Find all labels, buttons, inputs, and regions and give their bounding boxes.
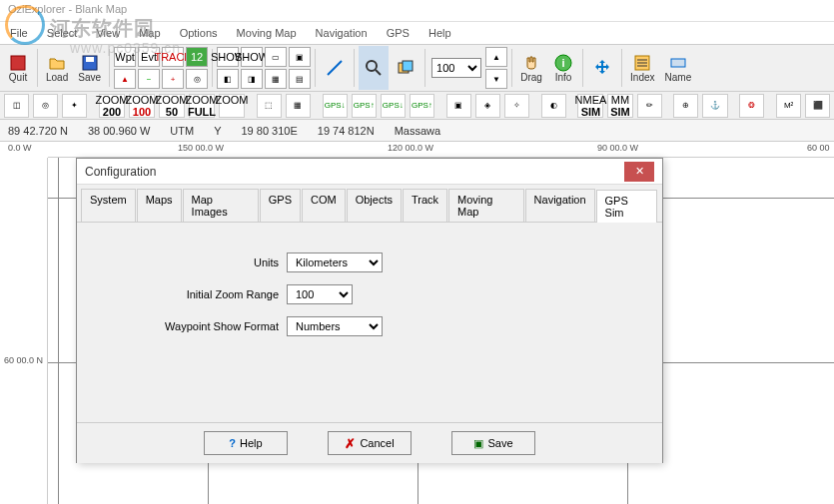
zoom-select[interactable]: 100 [431, 58, 481, 78]
zoom-50-button[interactable]: ZOOM50 [159, 94, 185, 118]
svg-rect-2 [86, 57, 94, 62]
nmea-sim-button[interactable]: NMEASIM [577, 94, 603, 118]
cancel-button[interactable]: ✗Cancel [328, 431, 412, 455]
n12-button[interactable]: 12 [186, 47, 208, 67]
units-select[interactable]: Kilometers [287, 252, 383, 272]
info-button[interactable]: iInfo [548, 46, 578, 90]
tb2-a-button[interactable]: ◫ [4, 94, 29, 118]
tb2-f-button[interactable]: ▣ [446, 94, 471, 118]
dialog-button-bar: ?Help ✗Cancel ▣Save [77, 422, 662, 463]
status-east: 19 80 310E [241, 125, 297, 137]
mini-minus-button[interactable]: − [138, 69, 160, 89]
tb2-b-button[interactable]: ◎ [33, 94, 58, 118]
zoom-up-button[interactable]: ▲ [485, 47, 507, 67]
tb2-j-button[interactable]: ✏ [637, 94, 662, 118]
tb2-i-button[interactable]: ◐ [541, 94, 566, 118]
quit-button[interactable]: Quit [3, 46, 33, 90]
menubar: File Select View Map Options Moving Map … [0, 22, 834, 44]
track-button[interactable]: TRACK [162, 47, 184, 67]
tab-com[interactable]: COM [302, 189, 346, 222]
initial-zoom-select[interactable]: 100 [287, 284, 353, 304]
dialog-tabs: System Maps Map Images GPS COM Objects T… [77, 185, 662, 223]
dialog-close-button[interactable]: ✕ [624, 162, 654, 182]
tab-navigation[interactable]: Navigation [525, 189, 595, 222]
menu-options[interactable]: Options [172, 25, 226, 41]
svg-rect-7 [403, 61, 413, 71]
separator [582, 49, 583, 87]
index-button[interactable]: Index [626, 46, 658, 90]
zoom-100-button[interactable]: ZOOM100 [129, 94, 155, 118]
load-button[interactable]: Load [42, 46, 72, 90]
mini-button-group-1: Wpt Evt TRACK 12 ▲ − + ◎ [113, 46, 209, 90]
menu-map[interactable]: Map [131, 25, 168, 41]
zoom-down-button[interactable]: ▼ [485, 69, 507, 89]
mini-target-button[interactable]: ◎ [186, 69, 208, 89]
zoom-blank-button[interactable]: ZOOM [219, 94, 245, 118]
mm-sim-button[interactable]: MMSIM [607, 94, 632, 118]
mini-f-button[interactable]: ◨ [241, 69, 263, 89]
help-icon: ? [229, 437, 236, 449]
status-bar: 89 42.720 N 38 00.960 W UTM Y 19 80 310E… [0, 120, 834, 142]
menu-view[interactable]: View [88, 25, 128, 41]
menu-select[interactable]: Select [39, 25, 86, 41]
waypoint-format-select[interactable]: Numbers [287, 316, 383, 336]
svg-line-3 [328, 61, 342, 75]
zoom-200-button[interactable]: ZOOM200 [99, 94, 125, 118]
mini-d-button[interactable]: ▣ [289, 47, 311, 67]
tb2-c-button[interactable]: ✦ [62, 94, 87, 118]
tab-moving-map[interactable]: Moving Map [448, 189, 524, 222]
line-icon-button[interactable] [320, 46, 350, 90]
ruler-horizontal: 0.0 W 150 00.0 W 120 00.0 W 90 00.0 W 60… [48, 142, 834, 158]
help-button[interactable]: ?Help [204, 431, 288, 455]
show2-button[interactable]: SHOW [241, 47, 263, 67]
status-lon: 38 00.960 W [88, 125, 150, 137]
tab-track[interactable]: Track [403, 189, 447, 222]
mini-a-button[interactable]: ▲ [114, 69, 136, 89]
tb2-n-button[interactable]: M² [776, 94, 801, 118]
menu-moving-map[interactable]: Moving Map [229, 25, 305, 41]
index-icon [633, 54, 651, 72]
tb2-g-button[interactable]: ◈ [475, 94, 500, 118]
windows-button[interactable] [391, 46, 420, 90]
mini-e-button[interactable]: ◧ [217, 69, 239, 89]
tab-objects[interactable]: Objects [347, 189, 402, 222]
tab-maps[interactable]: Maps [137, 189, 182, 222]
wpt-button[interactable]: Wpt [114, 47, 136, 67]
mini-h-button[interactable]: ▤ [289, 69, 311, 89]
tab-system[interactable]: System [81, 189, 136, 222]
mini-c-button[interactable]: ▭ [265, 47, 287, 67]
mini-g-button[interactable]: ▦ [265, 69, 287, 89]
save-button[interactable]: Save [74, 46, 105, 90]
tab-gps[interactable]: GPS [260, 189, 301, 222]
tb2-o-button[interactable]: ⬛ [805, 94, 830, 118]
tab-map-images[interactable]: Map Images [183, 189, 259, 222]
svg-rect-14 [671, 59, 685, 67]
gps-a-button[interactable]: GPS↓ [323, 94, 348, 118]
tb2-k-button[interactable]: ⊕ [673, 94, 698, 118]
gps-b-button[interactable]: GPS↑ [352, 94, 377, 118]
pan-button[interactable] [587, 46, 617, 90]
dialog-titlebar[interactable]: Configuration ✕ [77, 159, 662, 185]
gps-c-button[interactable]: GPS↓ [381, 94, 406, 118]
name-button[interactable]: Name [661, 46, 696, 90]
tb2-m-button[interactable]: ❂ [739, 94, 764, 118]
tb2-h-button[interactable]: ✧ [504, 94, 529, 118]
drag-button[interactable]: Drag [516, 46, 546, 90]
tb2-d-button[interactable]: ⬚ [257, 94, 282, 118]
gps-d-button[interactable]: GPS↑ [410, 94, 434, 118]
menu-file[interactable]: File [2, 25, 36, 41]
save-config-button[interactable]: ▣Save [451, 431, 535, 455]
menu-gps[interactable]: GPS [379, 25, 417, 41]
dialog-title: Configuration [85, 165, 624, 179]
menu-navigation[interactable]: Navigation [308, 25, 376, 41]
tb2-l-button[interactable]: ⚓ [702, 94, 727, 118]
titlebar: OziExplorer - Blank Map [0, 0, 834, 22]
main-toolbar: Quit Load Save Wpt Evt TRACK 12 ▲ − + ◎ … [0, 44, 834, 92]
status-sys: UTM [170, 125, 194, 137]
tb2-e-button[interactable]: ▦ [286, 94, 311, 118]
zoom-full-button[interactable]: ZOOMFULL [189, 94, 215, 118]
magnify-button[interactable] [359, 46, 389, 90]
menu-help[interactable]: Help [420, 25, 459, 41]
mini-plus-button[interactable]: + [162, 69, 184, 89]
tab-gps-sim[interactable]: GPS Sim [596, 190, 657, 223]
